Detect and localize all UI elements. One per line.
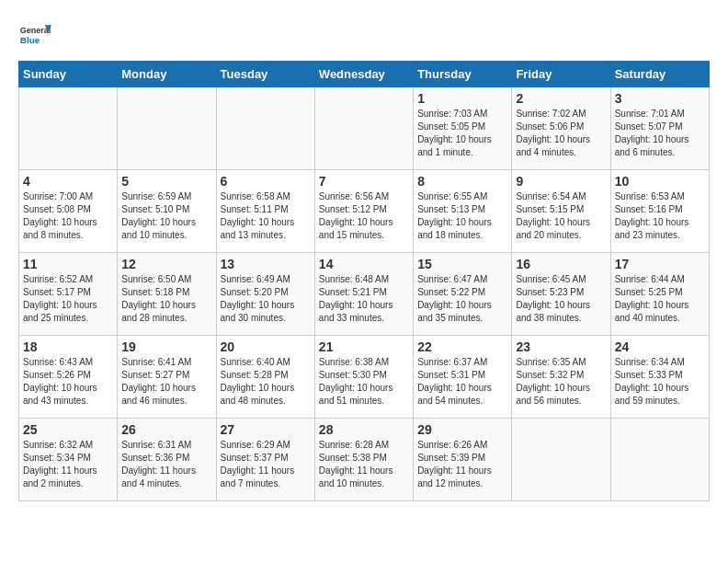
col-sunday: Sunday: [19, 62, 118, 87]
day-info: Sunrise: 6:53 AM Sunset: 5:16 PM Dayligh…: [615, 190, 705, 242]
day-cell: 21Sunrise: 6:38 AM Sunset: 5:30 PM Dayli…: [314, 336, 413, 419]
day-cell: 1Sunrise: 7:03 AM Sunset: 5:05 PM Daylig…: [414, 87, 512, 170]
day-cell: 25Sunrise: 6:32 AM Sunset: 5:34 PM Dayli…: [19, 419, 118, 501]
day-number: 10: [615, 174, 705, 189]
day-cell: 16Sunrise: 6:45 AM Sunset: 5:23 PM Dayli…: [512, 253, 610, 336]
day-number: 7: [319, 174, 409, 189]
day-cell: 4Sunrise: 7:00 AM Sunset: 5:08 PM Daylig…: [19, 170, 118, 253]
day-cell: 20Sunrise: 6:40 AM Sunset: 5:28 PM Dayli…: [216, 336, 314, 419]
day-number: 20: [221, 339, 311, 354]
day-cell: 7Sunrise: 6:56 AM Sunset: 5:12 PM Daylig…: [314, 170, 413, 253]
day-info: Sunrise: 6:48 AM Sunset: 5:21 PM Dayligh…: [319, 273, 409, 325]
day-number: 1: [417, 91, 507, 106]
day-cell: 29Sunrise: 6:26 AM Sunset: 5:39 PM Dayli…: [414, 419, 512, 501]
day-number: 21: [319, 339, 409, 354]
day-info: Sunrise: 6:43 AM Sunset: 5:26 PM Dayligh…: [23, 356, 113, 408]
day-info: Sunrise: 6:58 AM Sunset: 5:11 PM Dayligh…: [221, 190, 311, 242]
day-cell: [19, 87, 118, 170]
day-info: Sunrise: 6:29 AM Sunset: 5:37 PM Dayligh…: [221, 439, 311, 490]
day-number: 8: [417, 174, 507, 189]
day-info: Sunrise: 7:01 AM Sunset: 5:07 PM Dayligh…: [615, 108, 705, 159]
col-tuesday: Tuesday: [216, 62, 314, 87]
logo-icon: General Blue: [18, 18, 51, 52]
col-saturday: Saturday: [610, 62, 709, 87]
day-cell: [314, 87, 413, 170]
day-number: 28: [319, 422, 409, 437]
day-cell: 27Sunrise: 6:29 AM Sunset: 5:37 PM Dayli…: [216, 419, 314, 501]
week-row-2: 4Sunrise: 7:00 AM Sunset: 5:08 PM Daylig…: [19, 170, 710, 253]
day-number: 12: [121, 257, 211, 271]
day-number: 19: [121, 339, 211, 354]
day-info: Sunrise: 6:56 AM Sunset: 5:12 PM Dayligh…: [319, 190, 409, 242]
day-cell: 26Sunrise: 6:31 AM Sunset: 5:36 PM Dayli…: [118, 419, 216, 501]
day-number: 26: [121, 422, 211, 437]
day-cell: 11Sunrise: 6:52 AM Sunset: 5:17 PM Dayli…: [19, 253, 118, 336]
day-cell: [216, 87, 314, 170]
day-info: Sunrise: 6:31 AM Sunset: 5:36 PM Dayligh…: [121, 439, 211, 490]
day-number: 9: [516, 174, 606, 189]
day-number: 27: [221, 422, 311, 437]
day-number: 15: [417, 257, 507, 271]
day-info: Sunrise: 6:47 AM Sunset: 5:22 PM Dayligh…: [417, 273, 507, 325]
day-info: Sunrise: 6:44 AM Sunset: 5:25 PM Dayligh…: [615, 273, 705, 325]
day-info: Sunrise: 6:45 AM Sunset: 5:23 PM Dayligh…: [516, 273, 606, 325]
day-cell: 23Sunrise: 6:35 AM Sunset: 5:32 PM Dayli…: [512, 336, 610, 419]
day-info: Sunrise: 6:54 AM Sunset: 5:15 PM Dayligh…: [516, 190, 606, 242]
col-monday: Monday: [118, 62, 216, 87]
day-number: 4: [23, 174, 113, 189]
day-info: Sunrise: 6:38 AM Sunset: 5:30 PM Dayligh…: [319, 356, 409, 408]
day-number: 14: [319, 257, 409, 271]
day-cell: 2Sunrise: 7:02 AM Sunset: 5:06 PM Daylig…: [512, 87, 610, 170]
day-cell: 9Sunrise: 6:54 AM Sunset: 5:15 PM Daylig…: [512, 170, 610, 253]
day-cell: 19Sunrise: 6:41 AM Sunset: 5:27 PM Dayli…: [118, 336, 216, 419]
col-thursday: Thursday: [414, 62, 512, 87]
day-info: Sunrise: 6:26 AM Sunset: 5:39 PM Dayligh…: [417, 439, 507, 490]
day-cell: [512, 419, 610, 501]
day-cell: 13Sunrise: 6:49 AM Sunset: 5:20 PM Dayli…: [216, 253, 314, 336]
day-number: 23: [516, 339, 606, 354]
day-number: 11: [23, 257, 113, 271]
day-number: 25: [23, 422, 113, 437]
day-info: Sunrise: 6:28 AM Sunset: 5:38 PM Dayligh…: [319, 439, 409, 490]
day-cell: 6Sunrise: 6:58 AM Sunset: 5:11 PM Daylig…: [216, 170, 314, 253]
day-info: Sunrise: 6:35 AM Sunset: 5:32 PM Dayligh…: [516, 356, 606, 408]
col-wednesday: Wednesday: [314, 62, 413, 87]
day-number: 22: [417, 339, 507, 354]
day-number: 2: [516, 91, 606, 106]
day-cell: [118, 87, 216, 170]
day-info: Sunrise: 6:34 AM Sunset: 5:33 PM Dayligh…: [615, 356, 705, 408]
col-friday: Friday: [512, 62, 610, 87]
day-info: Sunrise: 7:03 AM Sunset: 5:05 PM Dayligh…: [417, 108, 507, 159]
day-cell: 12Sunrise: 6:50 AM Sunset: 5:18 PM Dayli…: [118, 253, 216, 336]
day-number: 18: [23, 339, 113, 354]
day-info: Sunrise: 6:49 AM Sunset: 5:20 PM Dayligh…: [221, 273, 311, 325]
day-cell: 18Sunrise: 6:43 AM Sunset: 5:26 PM Dayli…: [19, 336, 118, 419]
day-cell: 24Sunrise: 6:34 AM Sunset: 5:33 PM Dayli…: [610, 336, 709, 419]
calendar-table: Sunday Monday Tuesday Wednesday Thursday…: [18, 61, 710, 501]
day-info: Sunrise: 6:40 AM Sunset: 5:28 PM Dayligh…: [221, 356, 311, 408]
day-cell: 10Sunrise: 6:53 AM Sunset: 5:16 PM Dayli…: [610, 170, 709, 253]
logo: General Blue: [18, 18, 51, 52]
day-info: Sunrise: 7:02 AM Sunset: 5:06 PM Dayligh…: [516, 108, 606, 159]
day-cell: 17Sunrise: 6:44 AM Sunset: 5:25 PM Dayli…: [610, 253, 709, 336]
day-info: Sunrise: 6:52 AM Sunset: 5:17 PM Dayligh…: [23, 273, 113, 325]
day-cell: 28Sunrise: 6:28 AM Sunset: 5:38 PM Dayli…: [314, 419, 413, 501]
week-row-4: 18Sunrise: 6:43 AM Sunset: 5:26 PM Dayli…: [19, 336, 710, 419]
day-number: 17: [615, 257, 705, 271]
day-number: 24: [615, 339, 705, 354]
day-info: Sunrise: 6:59 AM Sunset: 5:10 PM Dayligh…: [121, 190, 211, 242]
day-info: Sunrise: 6:55 AM Sunset: 5:13 PM Dayligh…: [417, 190, 507, 242]
week-row-3: 11Sunrise: 6:52 AM Sunset: 5:17 PM Dayli…: [19, 253, 710, 336]
day-info: Sunrise: 6:32 AM Sunset: 5:34 PM Dayligh…: [23, 439, 113, 490]
day-number: 16: [516, 257, 606, 271]
calendar-body: 1Sunrise: 7:03 AM Sunset: 5:05 PM Daylig…: [19, 87, 710, 501]
day-cell: [610, 419, 709, 501]
day-info: Sunrise: 7:00 AM Sunset: 5:08 PM Dayligh…: [23, 190, 113, 242]
day-info: Sunrise: 6:50 AM Sunset: 5:18 PM Dayligh…: [121, 273, 211, 325]
day-cell: 8Sunrise: 6:55 AM Sunset: 5:13 PM Daylig…: [414, 170, 512, 253]
day-number: 3: [615, 91, 705, 106]
day-number: 13: [221, 257, 311, 271]
week-row-5: 25Sunrise: 6:32 AM Sunset: 5:34 PM Dayli…: [19, 419, 710, 501]
page-header: General Blue: [18, 18, 710, 52]
header-row: Sunday Monday Tuesday Wednesday Thursday…: [19, 62, 710, 87]
